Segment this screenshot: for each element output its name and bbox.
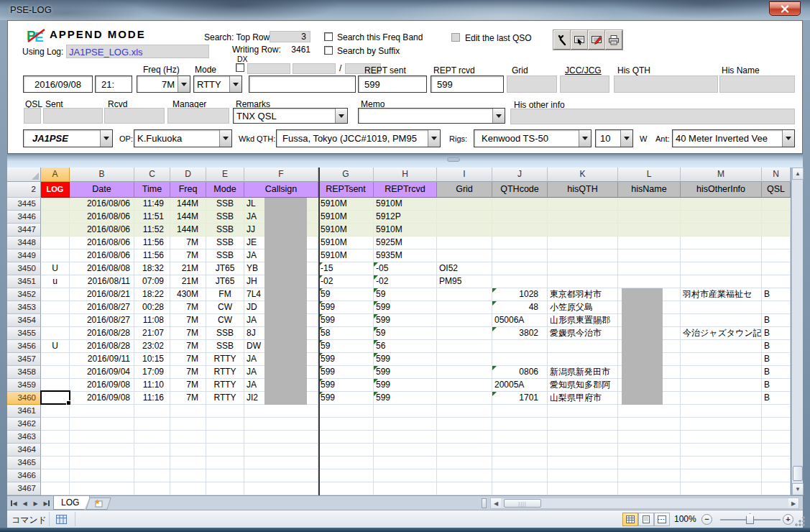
- cell-J3446[interactable]: [492, 211, 548, 224]
- cell-I3460[interactable]: [437, 392, 492, 405]
- cell-D3457[interactable]: 7M: [170, 353, 206, 366]
- cell-L3449[interactable]: [618, 249, 681, 262]
- cell-A3465[interactable]: [41, 457, 70, 469]
- cell-E3457[interactable]: RTTY: [206, 353, 244, 366]
- row-header-3449[interactable]: 3449: [7, 249, 41, 262]
- cell-I3457[interactable]: [437, 353, 492, 366]
- memo-dropdown-button[interactable]: [492, 109, 505, 123]
- cell-G3463[interactable]: [318, 431, 374, 444]
- cell-G3462[interactable]: [318, 418, 374, 431]
- cell-D3455[interactable]: 7M: [170, 327, 206, 340]
- cell-A3451[interactable]: u: [41, 275, 70, 288]
- edit-last-qso-checkbox[interactable]: [451, 33, 460, 42]
- splitter-handle[interactable]: [447, 157, 460, 162]
- cell-J3462[interactable]: [492, 418, 548, 431]
- cell-A3457[interactable]: [41, 353, 70, 366]
- cell-B3452[interactable]: 2016/08/21: [70, 288, 134, 301]
- cell-M3460[interactable]: [681, 392, 762, 405]
- cell-I3445[interactable]: [437, 198, 492, 211]
- cell-B3445[interactable]: 2016/08/06: [70, 198, 134, 211]
- cell-L3446[interactable]: [618, 211, 681, 224]
- cell-M3451[interactable]: [681, 275, 762, 288]
- cell-J3465[interactable]: [492, 457, 548, 469]
- cell-I3464[interactable]: [437, 444, 492, 457]
- op-combo[interactable]: K.Fukuoka: [134, 129, 232, 147]
- cell-I3452[interactable]: [437, 288, 492, 301]
- cell-N3459[interactable]: B: [762, 379, 791, 392]
- column-header-C[interactable]: C: [134, 168, 170, 182]
- cell-N3454[interactable]: B: [762, 314, 791, 327]
- cell-K3456[interactable]: [548, 340, 618, 353]
- cell-F3461[interactable]: [244, 405, 318, 418]
- cell-D3449[interactable]: 7M: [170, 249, 206, 262]
- cell-A3467[interactable]: [41, 482, 70, 495]
- remarks-dropdown-button[interactable]: [335, 109, 347, 123]
- cell-L3462[interactable]: [618, 418, 681, 431]
- cell-K3448[interactable]: [548, 237, 618, 249]
- cell-E3459[interactable]: RTTY: [206, 379, 244, 392]
- row-header-3456[interactable]: 3456: [7, 340, 41, 353]
- cell-I3456[interactable]: [437, 340, 492, 353]
- column-header-H[interactable]: H: [374, 168, 437, 182]
- qso-edit-button[interactable]: [588, 30, 605, 50]
- rigs-combo[interactable]: Kenwood TS-50: [474, 129, 592, 147]
- cell-E3449[interactable]: SSB: [206, 249, 244, 262]
- cell-H3459[interactable]: 599: [374, 379, 437, 392]
- cell-I3455[interactable]: [437, 327, 492, 340]
- cell-C3467[interactable]: [134, 482, 170, 495]
- tab-split-handle[interactable]: [482, 498, 487, 508]
- cell-N3463[interactable]: [762, 431, 791, 444]
- cell-A3456[interactable]: U: [41, 340, 70, 353]
- cell-D3460[interactable]: 7M: [170, 392, 206, 405]
- cell-B3454[interactable]: 2016/08/27: [70, 314, 134, 327]
- cell-K3447[interactable]: [548, 224, 618, 237]
- cell-A3446[interactable]: [41, 211, 70, 224]
- cell-N3457[interactable]: B: [762, 353, 791, 366]
- cell-J3447[interactable]: [492, 224, 548, 237]
- row-header-3466[interactable]: 3466: [7, 469, 41, 482]
- ant-dropdown-button[interactable]: [782, 130, 794, 147]
- rept-rcvd-field[interactable]: 599: [431, 75, 504, 93]
- cell-K3460[interactable]: 山梨県甲府市: [548, 392, 618, 405]
- cell-L3467[interactable]: [618, 482, 681, 495]
- cell-D3447[interactable]: 144M: [170, 224, 206, 237]
- time-field[interactable]: 21:: [95, 75, 132, 93]
- cell-N3450[interactable]: [762, 262, 791, 275]
- field-header-hisQTH[interactable]: hisQTH: [548, 182, 618, 198]
- resize-grip[interactable]: [795, 516, 805, 526]
- cell-B3464[interactable]: [70, 444, 134, 457]
- cell-H3465[interactable]: [374, 457, 437, 469]
- freq-dropdown-button[interactable]: [178, 76, 190, 92]
- field-header-Time[interactable]: Time: [134, 182, 170, 198]
- page-break-view-button[interactable]: [654, 513, 670, 526]
- row-header-3455[interactable]: 3455: [7, 327, 41, 340]
- cell-K3457[interactable]: [548, 353, 618, 366]
- row-header-2[interactable]: 2: [7, 182, 41, 198]
- power-dropdown-button[interactable]: [620, 130, 632, 147]
- cell-H3467[interactable]: [374, 482, 437, 495]
- field-header-hisName[interactable]: hisName: [618, 182, 681, 198]
- cell-F3464[interactable]: [244, 444, 318, 457]
- cell-H3456[interactable]: 56: [374, 340, 437, 353]
- row-header-3448[interactable]: 3448: [7, 237, 41, 249]
- cell-B3457[interactable]: 2016/09/11: [70, 353, 134, 366]
- cell-H3463[interactable]: [374, 431, 437, 444]
- row-header-3445[interactable]: 3445: [7, 198, 41, 211]
- sheet-tab-log[interactable]: LOG: [53, 496, 90, 510]
- cell-B3459[interactable]: 2016/09/08: [70, 379, 134, 392]
- cell-K3459[interactable]: 愛知県知多郡阿: [548, 379, 618, 392]
- cell-N3451[interactable]: [762, 275, 791, 288]
- cell-E3454[interactable]: CW: [206, 314, 244, 327]
- cell-M3448[interactable]: [681, 237, 762, 249]
- row-header-3457[interactable]: 3457: [7, 353, 41, 366]
- cell-I3447[interactable]: [437, 224, 492, 237]
- cell-E3465[interactable]: [206, 457, 244, 469]
- cell-I3465[interactable]: [437, 457, 492, 469]
- power-combo[interactable]: 10: [595, 129, 633, 147]
- cell-E3450[interactable]: JT65: [206, 262, 244, 275]
- cell-D3451[interactable]: 21M: [170, 275, 206, 288]
- cell-N3465[interactable]: [762, 457, 791, 469]
- freq-combo[interactable]: 7M: [137, 75, 190, 93]
- cell-J3454[interactable]: 05006A: [492, 314, 548, 327]
- cell-J3458[interactable]: 0806: [492, 366, 548, 379]
